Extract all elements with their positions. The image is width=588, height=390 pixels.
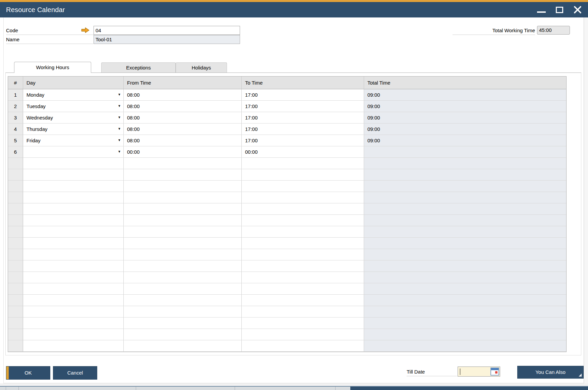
num-cell bbox=[8, 306, 23, 318]
minimize-button[interactable] bbox=[536, 4, 546, 15]
table-row bbox=[8, 203, 566, 215]
table-row bbox=[8, 260, 566, 272]
day-cell[interactable]: Tuesday▼ bbox=[23, 101, 124, 112]
from-cell[interactable]: 08:00 bbox=[124, 101, 242, 112]
ok-button[interactable]: OK bbox=[6, 366, 50, 380]
to-cell[interactable]: 17:00 bbox=[242, 89, 364, 101]
to-cell bbox=[242, 192, 364, 203]
dropdown-icon[interactable]: ▼ bbox=[118, 135, 121, 146]
window-controls bbox=[536, 2, 583, 17]
you-can-also-button[interactable]: You Can Also bbox=[517, 366, 584, 379]
num-cell bbox=[8, 249, 23, 260]
dropdown-icon[interactable]: ▼ bbox=[118, 89, 121, 100]
num-cell: 5 bbox=[8, 135, 23, 146]
calendar-picker-button[interactable] bbox=[490, 368, 499, 376]
to-cell bbox=[242, 329, 364, 340]
day-cell[interactable]: Thursday▼ bbox=[23, 124, 124, 135]
table-row bbox=[8, 318, 566, 329]
day-cell[interactable]: Monday▼ bbox=[23, 89, 124, 101]
from-cell[interactable]: 08:00 bbox=[124, 124, 242, 135]
table-row: 2Tuesday▼08:0017:0009:00 bbox=[8, 101, 566, 112]
maximize-button[interactable] bbox=[554, 4, 565, 15]
day-cell[interactable]: Wednesday▼ bbox=[23, 112, 124, 124]
from-cell bbox=[124, 169, 242, 181]
menu-corner-icon bbox=[579, 374, 582, 377]
column-header-from-time: From Time bbox=[124, 77, 242, 89]
from-cell[interactable]: 08:00 bbox=[124, 89, 242, 101]
total-cell: 09:00 bbox=[364, 124, 566, 135]
num-cell bbox=[8, 318, 23, 329]
day-cell bbox=[23, 340, 124, 352]
till-date-input[interactable] bbox=[458, 367, 500, 377]
dropdown-icon[interactable]: ▼ bbox=[118, 101, 121, 111]
column-header-to-time: To Time bbox=[242, 77, 364, 89]
to-cell bbox=[242, 158, 364, 169]
resource-calendar-window: Resource Calendar Code 04 Name Tool-01 T… bbox=[0, 0, 588, 390]
dropdown-icon[interactable]: ▼ bbox=[118, 146, 121, 157]
day-cell bbox=[23, 329, 124, 340]
to-cell bbox=[242, 238, 364, 249]
to-cell[interactable]: 00:00 bbox=[242, 146, 364, 158]
day-cell[interactable]: ▼ bbox=[23, 146, 124, 158]
close-button[interactable] bbox=[573, 4, 583, 15]
from-cell[interactable]: 08:00 bbox=[124, 112, 242, 124]
dropdown-icon[interactable]: ▼ bbox=[118, 112, 121, 123]
to-cell bbox=[242, 181, 364, 192]
to-cell[interactable]: 17:00 bbox=[242, 124, 364, 135]
cancel-button[interactable]: Cancel bbox=[53, 366, 97, 380]
from-cell bbox=[124, 203, 242, 215]
to-cell bbox=[242, 318, 364, 329]
to-cell[interactable]: 17:00 bbox=[242, 112, 364, 124]
total-cell bbox=[364, 238, 566, 249]
tab-working-hours[interactable]: Working Hours bbox=[14, 62, 91, 73]
num-cell bbox=[8, 169, 23, 181]
total-working-time-field: 45:00 bbox=[537, 26, 570, 35]
num-cell bbox=[8, 215, 23, 226]
from-cell bbox=[124, 283, 242, 295]
num-cell bbox=[8, 272, 23, 283]
link-arrow-icon[interactable] bbox=[81, 27, 90, 33]
from-cell bbox=[124, 215, 242, 226]
from-cell[interactable]: 00:00 bbox=[124, 146, 242, 158]
background-cell-border bbox=[18, 387, 19, 390]
code-input[interactable]: 04 bbox=[94, 26, 240, 35]
day-cell[interactable]: Friday▼ bbox=[23, 135, 124, 146]
table-row: 5Friday▼08:0017:0009:00 bbox=[8, 135, 566, 146]
to-cell[interactable]: 17:00 bbox=[242, 135, 364, 146]
day-cell bbox=[23, 203, 124, 215]
day-cell bbox=[23, 295, 124, 306]
calendar-day-dot bbox=[495, 371, 497, 374]
total-cell bbox=[364, 226, 566, 238]
day-cell bbox=[23, 318, 124, 329]
table-row bbox=[8, 306, 566, 318]
num-cell bbox=[8, 238, 23, 249]
to-cell bbox=[242, 249, 364, 260]
num-cell bbox=[8, 283, 23, 295]
name-input[interactable]: Tool-01 bbox=[94, 35, 240, 44]
day-cell bbox=[23, 169, 124, 181]
from-cell bbox=[124, 181, 242, 192]
total-cell bbox=[364, 169, 566, 181]
to-cell bbox=[242, 295, 364, 306]
till-date-label: Till Date bbox=[407, 368, 457, 376]
total-cell bbox=[364, 272, 566, 283]
num-cell bbox=[8, 203, 23, 215]
background-cell-border bbox=[235, 387, 235, 390]
background-window-titlebar bbox=[350, 387, 588, 390]
num-cell bbox=[8, 340, 23, 352]
to-cell bbox=[242, 215, 364, 226]
total-cell bbox=[364, 340, 566, 352]
tab-holidays[interactable]: Holidays bbox=[176, 62, 227, 72]
day-cell bbox=[23, 249, 124, 260]
from-cell bbox=[124, 306, 242, 318]
table-row bbox=[8, 295, 566, 306]
total-cell: 09:00 bbox=[364, 89, 566, 101]
table-row bbox=[8, 283, 566, 295]
from-cell[interactable]: 08:00 bbox=[124, 135, 242, 146]
tab-exceptions[interactable]: Exceptions bbox=[101, 62, 176, 72]
from-cell bbox=[124, 318, 242, 329]
from-cell bbox=[124, 329, 242, 340]
dropdown-icon[interactable]: ▼ bbox=[118, 124, 121, 134]
dialog-left-border bbox=[3, 17, 4, 383]
to-cell[interactable]: 17:00 bbox=[242, 101, 364, 112]
